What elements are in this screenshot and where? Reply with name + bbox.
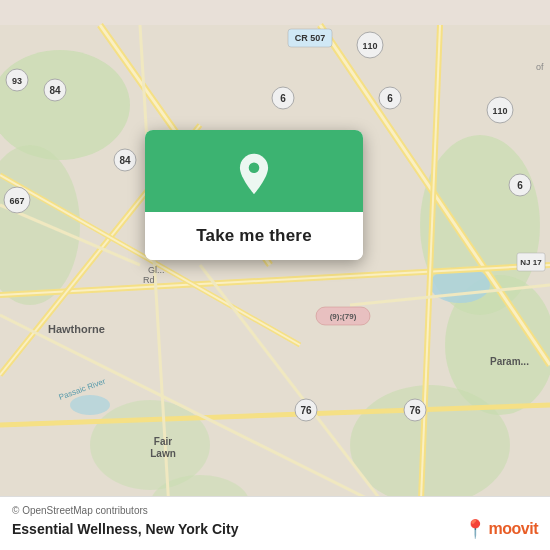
place-gl-rd-2: Rd	[143, 275, 155, 285]
place-fair-lawn-2: Lawn	[150, 448, 176, 459]
place-gl-rd: Gl...	[148, 265, 165, 275]
road-label-nj17: NJ 17	[520, 258, 542, 267]
road-label-84-upper: 84	[49, 85, 61, 96]
place-hawthorne: Hawthorne	[48, 323, 105, 335]
svg-point-6	[350, 385, 510, 505]
svg-point-42	[249, 163, 260, 174]
bottom-bar: © OpenStreetMap contributors Essential W…	[0, 496, 550, 550]
svg-point-9	[70, 395, 110, 415]
road-label-6-top: 6	[280, 93, 286, 104]
road-label-cr507: CR 507	[295, 33, 326, 43]
road-label-110-top: 110	[362, 41, 377, 51]
road-label-6-right: 6	[517, 180, 523, 191]
road-label-76-right: 76	[409, 405, 421, 416]
road-label-6-upper-right: 6	[387, 93, 393, 104]
map-background: CR 507 6 6 6 84 84 110 110 667 93 (9);(7…	[0, 0, 550, 550]
moovit-logo: 📍 moovit	[464, 518, 538, 540]
place-fair-lawn: Fair	[154, 436, 172, 447]
road-label-9-79: (9);(79)	[330, 312, 357, 321]
road-label-667: 667	[9, 196, 24, 206]
location-pin-icon	[232, 152, 276, 196]
bottom-title-row: Essential Wellness, New York City 📍 moov…	[12, 518, 538, 540]
partial-label-of: of	[536, 62, 544, 72]
moovit-brand-text: moovit	[489, 520, 538, 538]
popup-green-header	[145, 130, 363, 212]
road-label-76-left: 76	[300, 405, 312, 416]
location-title: Essential Wellness, New York City	[12, 521, 238, 537]
map-attribution: © OpenStreetMap contributors	[12, 505, 538, 516]
place-paramus: Param...	[490, 356, 529, 367]
popup-card: Take me there	[145, 130, 363, 260]
map-container: CR 507 6 6 6 84 84 110 110 667 93 (9);(7…	[0, 0, 550, 550]
road-label-93: 93	[12, 76, 22, 86]
moovit-pin-icon: 📍	[464, 518, 486, 540]
take-me-there-button[interactable]: Take me there	[145, 212, 363, 260]
road-label-84-left: 84	[119, 155, 131, 166]
road-label-110-right: 110	[492, 106, 507, 116]
